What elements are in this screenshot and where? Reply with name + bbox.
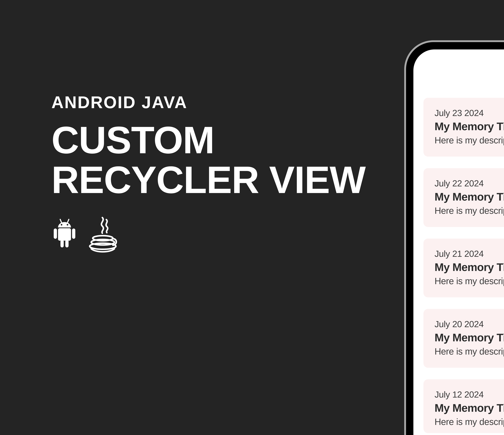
- svg-rect-7: [61, 240, 64, 247]
- left-text-block: ANDROID JAVA CUSTOM RECYCLER VIEW: [51, 93, 365, 253]
- svg-line-0: [60, 219, 62, 223]
- svg-point-2: [61, 224, 63, 226]
- svg-rect-8: [65, 240, 69, 247]
- title-line-2: RECYCLER VIEW: [51, 160, 365, 200]
- page-title: CUSTOM RECYCLER VIEW: [51, 120, 365, 200]
- item-title: My Memory Title #4: [434, 331, 504, 344]
- title-line-1: CUSTOM: [51, 120, 365, 160]
- phone-mockup: July 23 2024 My Memory Title #1 Here is …: [404, 40, 504, 435]
- svg-rect-6: [72, 229, 75, 239]
- item-desc: Here is my description in my memories #4: [434, 346, 504, 357]
- svg-point-11: [90, 243, 116, 249]
- item-desc: Here is my description in my memories #1: [434, 135, 504, 146]
- svg-line-1: [67, 219, 69, 223]
- list-item[interactable]: July 20 2024 My Memory Title #4 Here is …: [423, 309, 504, 368]
- item-desc: Here is my description in my memories 5: [434, 417, 504, 427]
- item-title: My Memory Title #5: [434, 401, 504, 414]
- item-desc: Here is my description in my memories #3: [434, 276, 504, 286]
- java-icon: [88, 215, 118, 253]
- item-title: My Memory Title #1: [434, 120, 504, 133]
- phone-inner-frame: July 23 2024 My Memory Title #1 Here is …: [408, 44, 504, 435]
- list-item[interactable]: July 21 2024 My Memory Title #3 Here is …: [423, 239, 504, 297]
- item-title: My Memory Title #2: [434, 190, 504, 203]
- item-date: July 20 2024: [434, 319, 504, 329]
- android-icon: [51, 219, 78, 249]
- list-item[interactable]: July 12 2024 My Memory Title #5 Here is …: [423, 379, 504, 433]
- item-date: July 23 2024: [434, 108, 504, 118]
- subtitle: ANDROID JAVA: [51, 93, 365, 112]
- list-item[interactable]: July 22 2024 My Memory Title #2 Here is …: [423, 168, 504, 227]
- recyclerview-list[interactable]: July 23 2024 My Memory Title #1 Here is …: [413, 58, 504, 433]
- svg-rect-5: [54, 229, 57, 239]
- item-date: July 22 2024: [434, 178, 504, 189]
- svg-point-3: [67, 224, 68, 226]
- phone-outer-frame: July 23 2024 My Memory Title #1 Here is …: [404, 40, 504, 435]
- icons-row: [51, 215, 365, 253]
- item-title: My Memory Title #3: [434, 261, 504, 273]
- item-date: July 12 2024: [434, 389, 504, 400]
- phone-screen: July 23 2024 My Memory Title #1 Here is …: [413, 49, 504, 435]
- list-item[interactable]: July 23 2024 My Memory Title #1 Here is …: [423, 98, 504, 157]
- item-date: July 21 2024: [434, 249, 504, 259]
- item-desc: Here is my description in my memories #2: [434, 206, 504, 216]
- svg-rect-4: [58, 228, 71, 241]
